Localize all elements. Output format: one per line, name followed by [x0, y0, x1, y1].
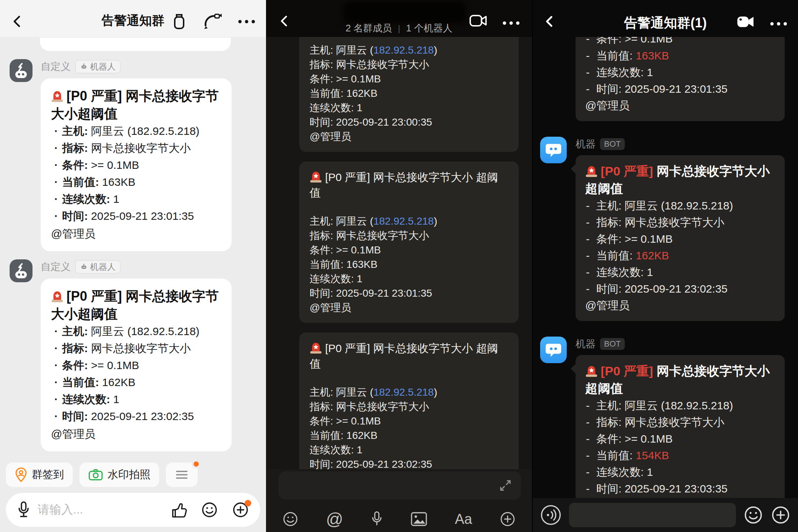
ip-link[interactable]: 182.92.5.218: [374, 386, 434, 398]
group-title: 告警通知群: [102, 12, 164, 29]
alert-field: 条件: >= 0.1MB: [51, 157, 221, 174]
message-input-field[interactable]: [279, 471, 521, 499]
video-call-icon[interactable]: [469, 13, 488, 28]
alert-field: 当前值: 154KB: [585, 447, 775, 464]
mention: @管理员: [51, 426, 221, 443]
alert-title: [P0 严重] 网卡总接收字节大小 超阈值: [310, 341, 508, 372]
robot-badge-label: 机器人: [90, 261, 116, 273]
alert-message-bubble[interactable]: [P0 严重] 网卡总接收字节大小超阈值 主机: 阿里云 (182.92.5.2…: [576, 355, 785, 521]
alert-field: 指标: 网卡总接收字节大小: [51, 340, 221, 357]
alert-message-bubble[interactable]: [P0 严重] 网卡总接收字节大小超阈值 主机: 阿里云 (182.92.5.2…: [576, 155, 785, 321]
ip-link[interactable]: 182.92.5.218: [374, 215, 434, 227]
voice-icon[interactable]: [540, 504, 562, 526]
alert-message-bubble[interactable]: 主机: 阿里云 (182.92.5.218) 指标: 网卡总接收字节大小 条件:…: [299, 37, 519, 152]
emoji-icon[interactable]: [743, 505, 763, 525]
emoji-icon[interactable]: [201, 501, 218, 518]
alert-field: 连续次数: 1: [310, 443, 508, 457]
alert-field: 主机: 阿里云 (182.92.5.218): [51, 323, 221, 340]
composer-bar: [533, 498, 798, 532]
sender-name: 机器: [576, 337, 596, 351]
message-input-field[interactable]: [569, 503, 736, 527]
alert-field: 当前值: 163KB: [585, 47, 775, 64]
text-format-icon[interactable]: Aa: [455, 512, 472, 526]
mic-icon[interactable]: [371, 511, 383, 528]
alert-title: [P0 严重] 网卡总接收字节大小超阈值: [51, 287, 221, 323]
bot-badge: BOT: [600, 338, 625, 350]
message-group: 机器 BOT [P0 严重] 网卡总接收字节大小超阈值 主机: 阿里云 (182…: [533, 321, 798, 521]
alert-field: 连续次数: 1: [51, 191, 221, 208]
more-icon[interactable]: [503, 21, 519, 25]
alert-field: 时间: 2025-09-21 23:02:35: [51, 408, 221, 425]
alert-field: 指标: 网卡总接收字节大小: [585, 214, 775, 231]
alert-message-bubble[interactable]: [P0 严重] 网卡总接收字节大小 超阈值 主机: 阿里云 (182.92.5.…: [299, 161, 519, 323]
alert-title: [P0 严重] 网卡总接收字节大小 超阈值: [310, 170, 508, 201]
notification-dot: [192, 460, 201, 468]
emoji-icon[interactable]: [282, 511, 299, 527]
back-icon[interactable]: [544, 15, 556, 28]
bot-avatar[interactable]: [10, 59, 33, 82]
alert-field: 指标: 网卡总接收字节大小: [51, 140, 221, 157]
alert-field: 当前值: 162KB: [585, 247, 775, 264]
back-icon[interactable]: [11, 15, 24, 28]
alert-field: 连续次数: 1: [585, 264, 775, 280]
alert-field: 当前值: 162KB: [310, 86, 508, 100]
mention: @管理员: [585, 297, 775, 314]
robot-badge-label: 机器人: [90, 61, 116, 72]
alert-field: 主机: 阿里云 (182.92.5.218): [585, 397, 775, 414]
location-pin-icon: [15, 467, 27, 482]
alert-field: 指标: 网卡总接收字节大小: [310, 57, 508, 72]
clipped-line: 条件: >= 0.1MB: [585, 37, 775, 47]
siren-emoji: [585, 365, 598, 377]
clipped-message-bubble[interactable]: [40, 38, 231, 51]
message-input-bar[interactable]: 请输入...: [6, 493, 260, 527]
bot-badge: BOT: [600, 138, 625, 150]
video-call-icon[interactable]: [203, 13, 222, 30]
alert-field: 连续次数: 1: [51, 391, 221, 408]
plus-icon[interactable]: [499, 511, 516, 527]
more-icon[interactable]: [770, 22, 787, 25]
watermark-camera-button[interactable]: 水印拍照: [79, 463, 159, 487]
bot-avatar[interactable]: [540, 137, 567, 163]
robot-icon: [80, 263, 88, 270]
bot-avatar[interactable]: [540, 337, 567, 363]
plus-icon[interactable]: [771, 505, 791, 525]
siren-emoji: [310, 341, 322, 354]
jar-icon[interactable]: [172, 13, 187, 30]
group-title: 告警通知群(1): [624, 14, 707, 32]
siren-emoji: [310, 170, 322, 183]
redacted-title: [344, 1, 466, 23]
alert-field: 当前值: 163KB: [51, 174, 221, 191]
mention-icon[interactable]: @: [326, 511, 343, 528]
bot-avatar[interactable]: [10, 259, 33, 282]
more-icon[interactable]: [238, 20, 255, 23]
alert-field: 条件: >= 0.1MB: [51, 357, 221, 374]
ip-link[interactable]: 182.92.5.218: [374, 44, 434, 56]
sender-name: 自定义: [41, 260, 71, 273]
image-icon[interactable]: [410, 512, 427, 526]
quick-actions-toolbar: 群签到 水印拍照: [6, 463, 260, 487]
video-call-icon[interactable]: [737, 15, 755, 29]
hamburger-icon: [175, 470, 188, 480]
alert-field: 当前值: 163KB: [310, 257, 508, 272]
siren-emoji: [51, 290, 64, 303]
alert-field: 主机: 阿里云 (182.92.5.218): [310, 214, 508, 228]
alert-message-bubble[interactable]: [P0 严重] 网卡总接收字节大小超阈值 主机: 阿里云 (182.92.5.2…: [41, 78, 232, 251]
alert-message-bubble[interactable]: [P0 严重] 网卡总接收字节大小超阈值 主机: 阿里云 (182.92.5.2…: [41, 279, 232, 451]
alert-field: 主机: 阿里云 (182.92.5.218): [51, 123, 221, 140]
expand-icon[interactable]: [499, 479, 512, 492]
alert-field: 指标: 网卡总接收字节大小: [310, 228, 508, 243]
sender-name: 自定义: [41, 60, 71, 73]
group-member-summary[interactable]: 2 名群成员 | 1 个机器人: [266, 22, 532, 35]
alert-message-bubble[interactable]: 条件: >= 0.1MB 当前值: 163KB 连续次数: 1 时间: 2025…: [576, 37, 785, 121]
plus-icon[interactable]: [232, 501, 249, 518]
alert-field: 时间: 2025-09-21 23:01:35: [310, 286, 508, 300]
input-placeholder: 请输入...: [38, 502, 83, 518]
mic-icon[interactable]: [17, 501, 30, 519]
group-signin-button[interactable]: 群签到: [6, 463, 73, 487]
alert-field: 当前值: 162KB: [51, 374, 221, 391]
more-tools-button[interactable]: [166, 463, 198, 487]
alert-title: [P0 严重] 网卡总接收字节大小超阈值: [585, 362, 775, 397]
member-count: 2 名群成员: [345, 22, 392, 35]
thumbs-up-icon[interactable]: [170, 501, 187, 518]
composer-toolbar: @ Aa: [266, 511, 532, 528]
